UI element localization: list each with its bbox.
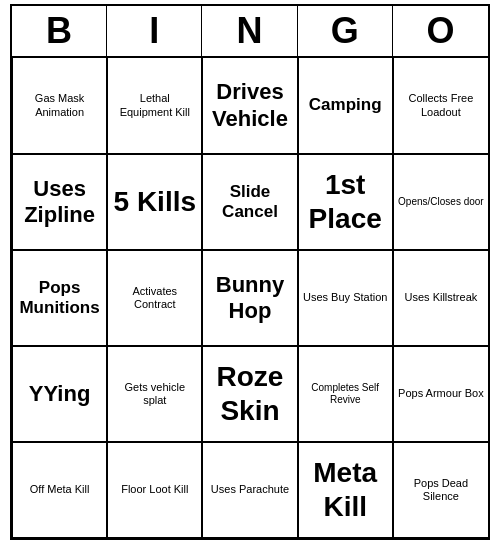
bingo-cell: Camping: [298, 58, 393, 154]
bingo-cell: Lethal Equipment Kill: [107, 58, 202, 154]
cell-label: Roze Skin: [207, 360, 292, 427]
cell-label: Uses Killstreak: [405, 291, 478, 304]
cell-label: Gas Mask Animation: [17, 92, 102, 118]
header-letter: O: [393, 6, 488, 56]
bingo-cell: YYing: [12, 346, 107, 442]
bingo-cell: Uses Parachute: [202, 442, 297, 538]
cell-label: Drives Vehicle: [207, 79, 292, 132]
header-letter: I: [107, 6, 202, 56]
bingo-cell: Meta Kill: [298, 442, 393, 538]
bingo-cell: Bunny Hop: [202, 250, 297, 346]
cell-label: Floor Loot Kill: [121, 483, 188, 496]
cell-label: Gets vehicle splat: [112, 381, 197, 407]
bingo-cell: Slide Cancel: [202, 154, 297, 250]
bingo-cell: Pops Dead Silence: [393, 442, 488, 538]
bingo-cell: Roze Skin: [202, 346, 297, 442]
header-letter: N: [202, 6, 297, 56]
cell-label: Collects Free Loadout: [398, 92, 484, 118]
bingo-cell: Gets vehicle splat: [107, 346, 202, 442]
bingo-cell: Uses Killstreak: [393, 250, 488, 346]
cell-label: Pops Munitions: [17, 278, 102, 319]
bingo-cell: Opens/Closes door: [393, 154, 488, 250]
bingo-cell: Off Meta Kill: [12, 442, 107, 538]
bingo-cell: Collects Free Loadout: [393, 58, 488, 154]
cell-label: Meta Kill: [303, 456, 388, 523]
bingo-cell: 5 Kills: [107, 154, 202, 250]
bingo-header: BINGO: [12, 6, 488, 58]
bingo-cell: Uses Zipline: [12, 154, 107, 250]
bingo-grid: Gas Mask AnimationLethal Equipment KillD…: [12, 58, 488, 538]
bingo-cell: Completes Self Revive: [298, 346, 393, 442]
bingo-cell: Pops Armour Box: [393, 346, 488, 442]
bingo-cell: Floor Loot Kill: [107, 442, 202, 538]
bingo-cell: 1st Place: [298, 154, 393, 250]
cell-label: Bunny Hop: [207, 272, 292, 325]
cell-label: Uses Zipline: [17, 176, 102, 229]
cell-label: Lethal Equipment Kill: [112, 92, 197, 118]
bingo-cell: Activates Contract: [107, 250, 202, 346]
cell-label: Opens/Closes door: [398, 196, 484, 208]
bingo-card: BINGO Gas Mask AnimationLethal Equipment…: [10, 4, 490, 540]
header-letter: B: [12, 6, 107, 56]
cell-label: Activates Contract: [112, 285, 197, 311]
cell-label: Uses Parachute: [211, 483, 289, 496]
bingo-cell: Uses Buy Station: [298, 250, 393, 346]
cell-label: Camping: [309, 95, 382, 115]
header-letter: G: [298, 6, 393, 56]
bingo-cell: Gas Mask Animation: [12, 58, 107, 154]
cell-label: Off Meta Kill: [30, 483, 90, 496]
cell-label: Pops Dead Silence: [398, 477, 484, 503]
cell-label: Slide Cancel: [207, 182, 292, 223]
bingo-cell: Pops Munitions: [12, 250, 107, 346]
cell-label: 1st Place: [303, 168, 388, 235]
cell-label: Completes Self Revive: [303, 382, 388, 406]
cell-label: Uses Buy Station: [303, 291, 387, 304]
cell-label: Pops Armour Box: [398, 387, 484, 400]
cell-label: 5 Kills: [114, 185, 196, 219]
bingo-cell: Drives Vehicle: [202, 58, 297, 154]
cell-label: YYing: [29, 381, 91, 407]
